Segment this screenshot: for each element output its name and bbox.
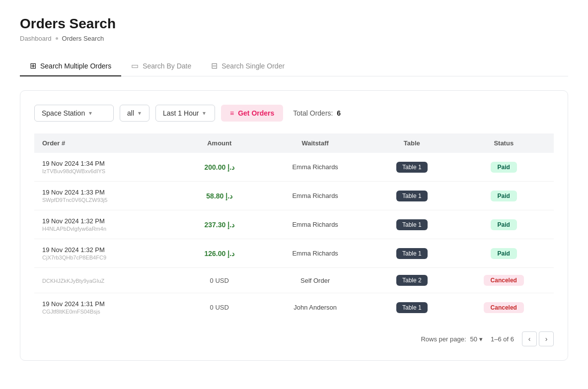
order-id: IzTVBuv98dQWBxv6dIYS [42, 168, 170, 174]
chevron-down-icon-2: ▾ [138, 110, 141, 117]
waitstaff-cell: Emma Richards [260, 210, 370, 239]
status-cell: Canceled [454, 268, 554, 293]
status-badge: Canceled [484, 275, 524, 286]
col-order-num: Order # [34, 133, 178, 153]
order-cell: 19 Nov 2024 1:31 PM CGJtf8ltKE0mFS04Bsjs [34, 293, 178, 322]
order-cell: 19 Nov 2024 1:33 PM SWpfD9Tnc0V6QLZW93j5 [34, 182, 178, 210]
amount-cell: 200.00 د.إ [178, 153, 260, 182]
order-cell: 19 Nov 2024 1:32 PM CjX7rb3QHb7cP8EB4FC9 [34, 239, 178, 268]
table-badge: Table 2 [396, 275, 428, 286]
order-id: DCKHJZkKJyBty9yaGIuZ [42, 278, 170, 284]
get-orders-label: Get Orders [238, 109, 274, 117]
page-info: 1–6 of 6 [491, 335, 514, 343]
amount-value: 200.00 د.إ [186, 163, 252, 171]
breadcrumb-parent[interactable]: Dashboard [20, 35, 52, 42]
breadcrumb-current: Orders Search [62, 35, 104, 42]
order-date: 19 Nov 2024 1:33 PM [42, 189, 170, 196]
waitstaff-cell: Emma Richards [260, 239, 370, 268]
receipt-icon: ⊟ [211, 61, 218, 70]
col-amount: Amount [178, 133, 260, 153]
amount-cell: 126.00 د.إ [178, 239, 260, 268]
amount-cell: 58.80 د.إ [178, 182, 260, 210]
amount-value: 237.30 د.إ [186, 221, 252, 229]
table-row[interactable]: 19 Nov 2024 1:32 PM CjX7rb3QHb7cP8EB4FC9… [34, 239, 554, 268]
table-row[interactable]: DCKHJZkKJyBty9yaGIuZ 0 USDSelf OrderTabl… [34, 268, 554, 293]
filter-dropdown[interactable]: all ▾ [120, 105, 149, 122]
orders-table: Order # Amount Waitstaff Table Status 19… [34, 133, 554, 322]
order-cell: DCKHJZkKJyBty9yaGIuZ [34, 268, 178, 293]
table-badge: Table 1 [396, 302, 428, 313]
table-cell: Table 1 [370, 182, 453, 210]
table-cell: Table 1 [370, 293, 453, 322]
table-badge: Table 1 [396, 191, 428, 201]
status-badge: Paid [491, 219, 517, 230]
status-cell: Paid [454, 153, 554, 182]
status-badge: Canceled [484, 302, 524, 313]
table-cell: Table 1 [370, 210, 453, 239]
pagination-row: Rows per page: 50 ▾ 1–6 of 6 ‹ › [34, 331, 554, 346]
chevron-down-icon-3: ▾ [203, 110, 206, 117]
col-waitstaff: Waitstaff [260, 133, 370, 153]
table-cell: Table 1 [370, 239, 453, 268]
rows-per-page: Rows per page: 50 ▾ [421, 335, 483, 343]
tab-search-single-order[interactable]: ⊟ Search Single Order [201, 56, 294, 76]
order-id: CGJtf8ltKE0mFS04Bsjs [42, 309, 170, 315]
table-cell: Table 2 [370, 268, 453, 293]
table-badge: Table 1 [396, 219, 428, 230]
breadcrumb: Dashboard Orders Search [20, 35, 568, 42]
tab-multiple-orders-label: Search Multiple Orders [40, 62, 111, 70]
order-cell: 19 Nov 2024 1:32 PM H4NLAPbDvlgfyw6aRm4n [34, 210, 178, 239]
table-grid-icon: ⊞ [30, 61, 36, 70]
waitstaff-cell: Emma Richards [260, 182, 370, 210]
page-title: Orders Search [20, 16, 568, 32]
rows-per-page-value: 50 [470, 335, 477, 343]
order-date: 19 Nov 2024 1:31 PM [42, 300, 170, 308]
amount-cell: 0 USD [178, 268, 260, 293]
timerange-dropdown[interactable]: Last 1 Hour ▾ [155, 105, 215, 122]
location-dropdown[interactable]: Space Station ▾ [34, 105, 114, 122]
table-row[interactable]: 19 Nov 2024 1:34 PM IzTVBuv98dQWBxv6dIYS… [34, 153, 554, 182]
page-navigation: ‹ › [522, 331, 554, 346]
status-badge: Paid [491, 248, 517, 259]
status-cell: Paid [454, 210, 554, 239]
order-date: 19 Nov 2024 1:32 PM [42, 246, 170, 254]
filter-value: all [127, 109, 134, 117]
breadcrumb-separator [56, 37, 58, 40]
tab-multiple-orders[interactable]: ⊞ Search Multiple Orders [20, 56, 121, 76]
page-container: Orders Search Dashboard Orders Search ⊞ … [0, 0, 588, 389]
rows-per-page-select[interactable]: 50 ▾ [470, 335, 483, 343]
prev-page-button[interactable]: ‹ [522, 331, 537, 346]
chevron-down-icon: ▾ [89, 110, 92, 117]
table-row[interactable]: 19 Nov 2024 1:32 PM H4NLAPbDvlgfyw6aRm4n… [34, 210, 554, 239]
amount-value: 58.80 د.إ [186, 192, 252, 200]
table-cell: Table 1 [370, 153, 453, 182]
waitstaff-cell: Self Order [260, 268, 370, 293]
content-card: Space Station ▾ all ▾ Last 1 Hour ▾ ≡ Ge… [20, 90, 568, 361]
table-row[interactable]: 19 Nov 2024 1:31 PM CGJtf8ltKE0mFS04Bsjs… [34, 293, 554, 322]
waitstaff-cell: John Anderson [260, 293, 370, 322]
order-id: H4NLAPbDvlgfyw6aRm4n [42, 226, 170, 232]
rows-per-page-label: Rows per page: [421, 335, 466, 343]
amount-value: 0 USD [186, 304, 252, 311]
get-orders-button[interactable]: ≡ Get Orders [221, 105, 283, 122]
status-cell: Canceled [454, 293, 554, 322]
amount-cell: 237.30 د.إ [178, 210, 260, 239]
order-date: 19 Nov 2024 1:32 PM [42, 217, 170, 225]
amount-value: 126.00 د.إ [186, 250, 252, 258]
table-header-row: Order # Amount Waitstaff Table Status [34, 133, 554, 153]
status-badge: Paid [491, 191, 517, 201]
next-page-button[interactable]: › [539, 331, 554, 346]
order-date: 19 Nov 2024 1:34 PM [42, 160, 170, 167]
status-cell: Paid [454, 182, 554, 210]
table-badge: Table 1 [396, 248, 428, 259]
order-id: CjX7rb3QHb7cP8EB4FC9 [42, 255, 170, 260]
table-row[interactable]: 19 Nov 2024 1:33 PM SWpfD9Tnc0V6QLZW93j5… [34, 182, 554, 210]
list-icon: ≡ [230, 109, 234, 117]
amount-value: 0 USD [186, 277, 252, 284]
timerange-value: Last 1 Hour [163, 109, 199, 117]
tab-search-by-date-label: Search By Date [143, 62, 191, 70]
calendar-icon: ▭ [131, 61, 139, 70]
status-cell: Paid [454, 239, 554, 268]
tab-search-by-date[interactable]: ▭ Search By Date [121, 56, 201, 76]
tabs-container: ⊞ Search Multiple Orders ▭ Search By Dat… [20, 56, 568, 76]
